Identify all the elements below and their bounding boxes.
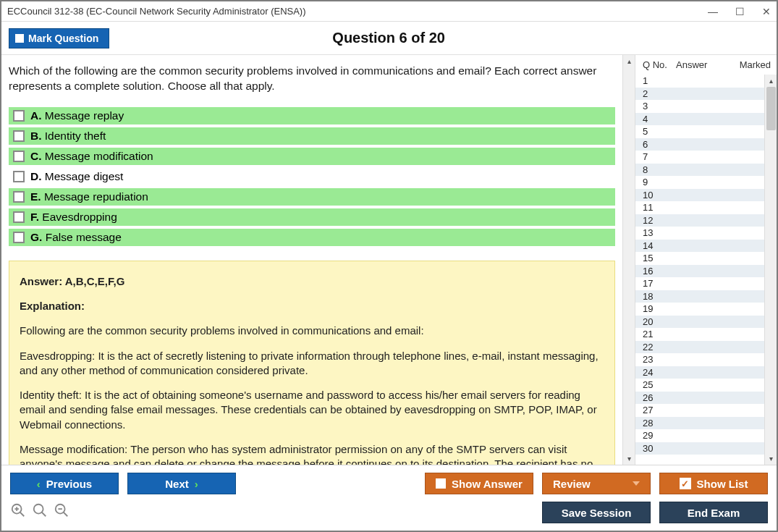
svg-line-1 [20, 512, 25, 517]
option-row[interactable]: F. Eavesdropping [9, 208, 615, 226]
window-title: ECCouncil 312-38 (EC-Council Network Sec… [7, 6, 306, 17]
question-list-row[interactable]: 25 [635, 379, 764, 392]
col-marked: Marked [732, 59, 771, 70]
explanation-paragraph: Eavesdropping: It is the act of secretly… [20, 349, 604, 379]
question-list-row[interactable]: 18 [635, 290, 764, 303]
option-label: E. Message repudiation [30, 190, 148, 203]
next-label: Next [165, 478, 189, 490]
question-list-row[interactable]: 24 [635, 366, 764, 379]
question-list-row[interactable]: 13 [635, 227, 764, 240]
question-counter: Question 6 of 20 [109, 30, 769, 46]
window-controls: — ☐ ✕ [708, 6, 771, 17]
titlebar: ECCouncil 312-38 (EC-Council Network Sec… [1, 1, 777, 22]
checkbox-icon[interactable] [13, 232, 25, 243]
sidebar-scrollbar[interactable]: ▴ ▾ [764, 75, 777, 465]
minimize-icon[interactable]: — [708, 6, 718, 17]
question-list-row[interactable]: 5 [635, 125, 764, 138]
question-list-row[interactable]: 21 [635, 328, 764, 341]
question-list-row[interactable]: 19 [635, 303, 764, 316]
question-list-row[interactable]: 23 [635, 353, 764, 366]
next-button[interactable]: Next › [127, 473, 236, 494]
question-list-row[interactable]: 2 [635, 88, 764, 101]
checkbox-icon[interactable] [13, 211, 25, 223]
show-list-button[interactable]: ✓ Show List [659, 473, 768, 494]
review-button[interactable]: Review [542, 473, 651, 494]
scroll-up-icon[interactable]: ▴ [623, 55, 635, 67]
option-row[interactable]: E. Message repudiation [9, 188, 615, 206]
question-list[interactable]: 1234567891011121314151617181920212223242… [635, 75, 764, 465]
scroll-thumb[interactable] [766, 87, 776, 130]
maximize-icon[interactable]: ☐ [735, 6, 745, 17]
checkbox-icon[interactable] [13, 191, 25, 203]
option-row[interactable]: D. Message digest [9, 168, 615, 185]
question-list-row[interactable]: 8 [635, 164, 764, 177]
checkbox-icon[interactable] [13, 110, 25, 122]
main-row: Which of the following are the common se… [1, 55, 777, 465]
question-list-row[interactable]: 4 [635, 113, 764, 126]
previous-button[interactable]: ‹ Previous [10, 473, 119, 494]
question-list-row[interactable]: 26 [635, 392, 764, 405]
save-session-button[interactable]: Save Session [542, 502, 651, 523]
scroll-up-icon[interactable]: ▴ [765, 75, 777, 87]
footer: ‹ Previous Next › Show Answer Review ✓ S… [1, 465, 777, 531]
content-scroll[interactable]: Which of the following are the common se… [1, 55, 622, 465]
question-list-row[interactable]: 28 [635, 417, 764, 430]
checkbox-icon[interactable] [13, 151, 25, 162]
question-list-row[interactable]: 6 [635, 138, 764, 151]
question-list-row[interactable]: 9 [635, 176, 764, 189]
question-list-row[interactable]: 27 [635, 404, 764, 417]
question-list-row[interactable]: 29 [635, 429, 764, 442]
explanation-paragraph: Message modification: The person who has… [20, 442, 604, 465]
checkbox-icon[interactable] [13, 171, 25, 182]
option-label: D. Message digest [30, 170, 123, 183]
show-answer-label: Show Answer [452, 478, 523, 490]
question-text: Which of the following are the common se… [9, 64, 615, 94]
question-list-row[interactable]: 10 [635, 189, 764, 202]
question-list-row[interactable]: 12 [635, 214, 764, 227]
answer-box: Answer: A,B,C,E,F,G Explanation: Followi… [9, 261, 615, 465]
checkbox-icon[interactable] [13, 130, 25, 142]
zoom-in-icon[interactable] [10, 502, 26, 523]
question-list-row[interactable]: 16 [635, 265, 764, 278]
question-list-row[interactable]: 22 [635, 341, 764, 354]
scroll-down-icon[interactable]: ▾ [623, 452, 635, 465]
review-label: Review [553, 478, 591, 490]
question-list-row[interactable]: 7 [635, 151, 764, 164]
svg-line-7 [64, 512, 68, 517]
explanation-paragraph: Identity theft: It is the act of obtaini… [20, 388, 604, 432]
end-exam-button[interactable]: End Exam [659, 502, 768, 523]
option-row[interactable]: C. Message modification [9, 148, 615, 165]
question-list-row[interactable]: 30 [635, 442, 764, 455]
scroll-down-icon[interactable]: ▾ [765, 452, 777, 465]
checkbox-checked-icon: ✓ [680, 478, 691, 489]
question-list-row[interactable]: 14 [635, 240, 764, 253]
content-scrollbar[interactable]: ▴ ▾ [622, 55, 635, 465]
option-label: C. Message modification [30, 150, 153, 163]
option-label: G. False message [30, 231, 122, 244]
question-list-row[interactable]: 11 [635, 201, 764, 214]
chevron-left-icon: ‹ [37, 478, 41, 490]
options-list: A. Message replayB. Identity theftC. Mes… [9, 107, 615, 246]
option-row[interactable]: A. Message replay [9, 107, 615, 124]
save-session-label: Save Session [562, 507, 632, 519]
show-list-label: Show List [697, 478, 748, 490]
option-label: B. Identity theft [30, 130, 106, 143]
question-list-header: Q No. Answer Marked [635, 55, 777, 75]
option-label: A. Message replay [30, 109, 124, 122]
close-icon[interactable]: ✕ [762, 6, 771, 17]
mark-question-label: Mark Question [28, 33, 98, 44]
content-column: Which of the following are the common se… [1, 55, 622, 465]
show-answer-button[interactable]: Show Answer [425, 473, 533, 494]
question-list-row[interactable]: 17 [635, 277, 764, 290]
mark-question-button[interactable]: Mark Question [9, 28, 109, 48]
option-row[interactable]: B. Identity theft [9, 127, 615, 145]
option-row[interactable]: G. False message [9, 229, 615, 246]
zoom-out-icon[interactable] [54, 502, 69, 523]
question-list-row[interactable]: 3 [635, 100, 764, 113]
question-list-row[interactable]: 15 [635, 252, 764, 265]
end-exam-label: End Exam [688, 507, 740, 519]
zoom-icon[interactable] [32, 502, 48, 523]
question-list-row[interactable]: 20 [635, 316, 764, 329]
header-row: Mark Question Question 6 of 20 [1, 22, 777, 55]
question-list-row[interactable]: 1 [635, 75, 764, 88]
